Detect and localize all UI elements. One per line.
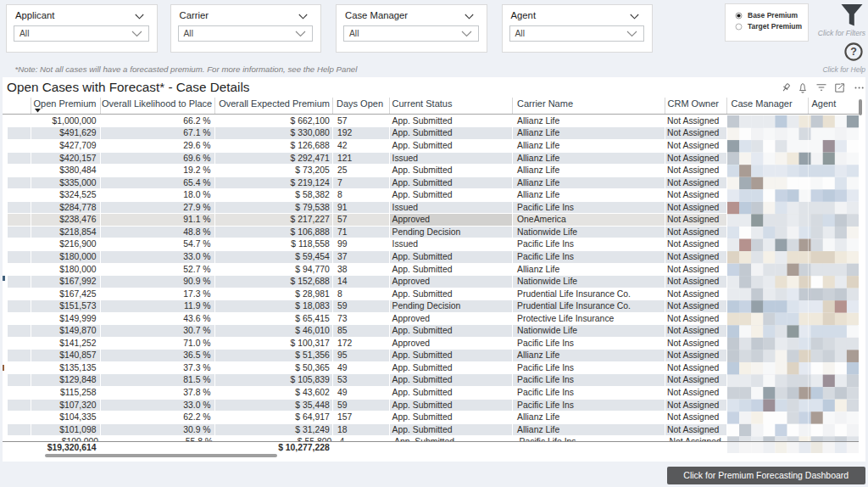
svg-text:?: ? bbox=[850, 46, 857, 58]
